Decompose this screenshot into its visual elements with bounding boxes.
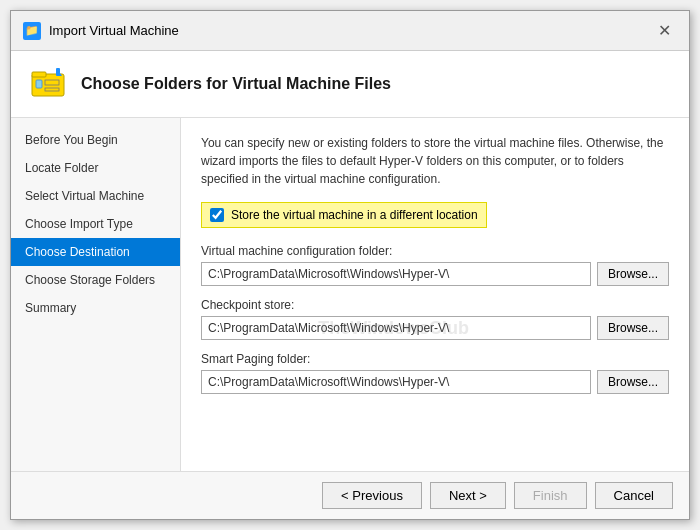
vm-config-folder-group: Virtual machine configuration folder: Br… <box>201 244 669 286</box>
sidebar-item-2[interactable]: Select Virtual Machine <box>11 182 180 210</box>
footer: < Previous Next > Finish Cancel <box>11 471 689 519</box>
main-content: You can specify new or existing folders … <box>181 118 689 471</box>
previous-button[interactable]: < Previous <box>322 482 422 509</box>
sidebar-item-4[interactable]: Choose Destination <box>11 238 180 266</box>
store-location-checkbox-row[interactable]: Store the virtual machine in a different… <box>201 202 487 228</box>
checkpoint-store-input[interactable] <box>201 316 591 340</box>
checkpoint-store-row: Browse... <box>201 316 669 340</box>
smart-paging-folder-input[interactable] <box>201 370 591 394</box>
svg-rect-5 <box>56 68 60 76</box>
checkpoint-store-browse[interactable]: Browse... <box>597 316 669 340</box>
dialog-icon: 📁 <box>23 22 41 40</box>
vm-config-folder-input[interactable] <box>201 262 591 286</box>
sidebar-item-0[interactable]: Before You Begin <box>11 126 180 154</box>
sidebar-item-1[interactable]: Locate Folder <box>11 154 180 182</box>
vm-config-folder-row: Browse... <box>201 262 669 286</box>
store-location-checkbox[interactable] <box>210 208 224 222</box>
content-area: Before You BeginLocate FolderSelect Virt… <box>11 118 689 471</box>
page-title: Choose Folders for Virtual Machine Files <box>81 75 391 93</box>
cancel-button[interactable]: Cancel <box>595 482 673 509</box>
checkpoint-store-label: Checkpoint store: <box>201 298 669 312</box>
vm-config-folder-browse[interactable]: Browse... <box>597 262 669 286</box>
svg-rect-2 <box>36 80 42 88</box>
sidebar-item-6[interactable]: Summary <box>11 294 180 322</box>
smart-paging-folder-browse[interactable]: Browse... <box>597 370 669 394</box>
description-text: You can specify new or existing folders … <box>201 134 669 188</box>
page-header: Choose Folders for Virtual Machine Files <box>11 51 689 118</box>
close-button[interactable]: ✕ <box>652 19 677 42</box>
sidebar-item-3[interactable]: Choose Import Type <box>11 210 180 238</box>
svg-rect-1 <box>32 72 46 77</box>
main-wrapper: You can specify new or existing folders … <box>181 118 689 471</box>
title-bar-left: 📁 Import Virtual Machine <box>23 22 179 40</box>
dialog-window: 📁 Import Virtual Machine ✕ Choose Folder… <box>10 10 690 520</box>
next-button[interactable]: Next > <box>430 482 506 509</box>
sidebar-item-5[interactable]: Choose Storage Folders <box>11 266 180 294</box>
smart-paging-folder-row: Browse... <box>201 370 669 394</box>
header-icon <box>29 65 67 103</box>
sidebar: Before You BeginLocate FolderSelect Virt… <box>11 118 181 471</box>
checkpoint-store-group: Checkpoint store: Browse... <box>201 298 669 340</box>
smart-paging-folder-group: Smart Paging folder: Browse... <box>201 352 669 394</box>
vm-config-folder-label: Virtual machine configuration folder: <box>201 244 669 258</box>
store-location-label: Store the virtual machine in a different… <box>231 208 478 222</box>
finish-button[interactable]: Finish <box>514 482 587 509</box>
smart-paging-folder-label: Smart Paging folder: <box>201 352 669 366</box>
title-bar: 📁 Import Virtual Machine ✕ <box>11 11 689 51</box>
dialog-title: Import Virtual Machine <box>49 23 179 38</box>
